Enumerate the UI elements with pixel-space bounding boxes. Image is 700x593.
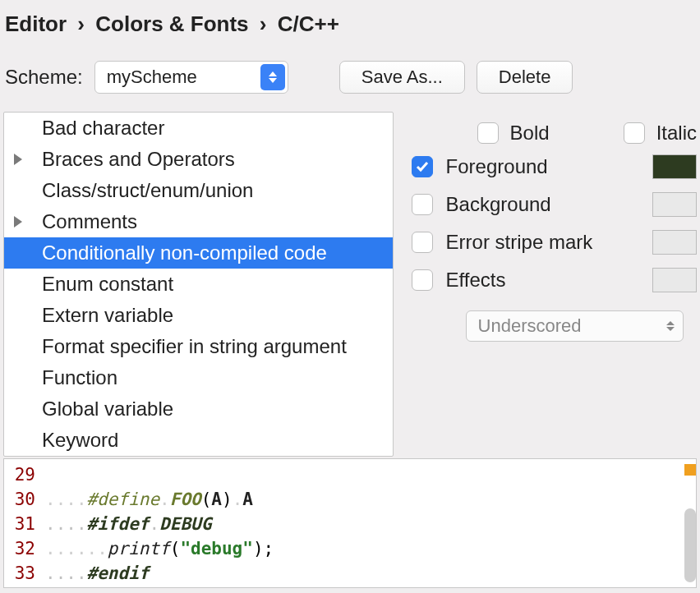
breadcrumb: Editor › Colors & Fonts › C/C++ xyxy=(0,0,700,43)
list-item-comments[interactable]: Comments xyxy=(4,206,393,237)
dropdown-caret-icon xyxy=(666,321,675,331)
list-item-extern-variable[interactable]: Extern variable xyxy=(4,300,393,331)
gutter: 29 30 31 32 33 xyxy=(4,459,40,587)
breadcrumb-seg-colors-fonts[interactable]: Colors & Fonts xyxy=(95,11,248,36)
breadcrumb-separator: › xyxy=(72,11,90,36)
breadcrumb-separator: › xyxy=(255,11,272,36)
error-stripe-checkbox[interactable] xyxy=(412,232,433,253)
delete-button[interactable]: Delete xyxy=(477,61,573,94)
foreground-color-swatch[interactable] xyxy=(652,154,697,179)
italic-label: Italic xyxy=(656,122,697,145)
error-stripe-label: Error stripe mark xyxy=(446,231,593,254)
scheme-row: Scheme: myScheme Save As... Delete xyxy=(0,61,700,94)
scheme-value: myScheme xyxy=(107,67,197,88)
save-as-button[interactable]: Save As... xyxy=(339,61,465,94)
error-stripe-marker-icon[interactable] xyxy=(684,464,696,476)
code-area[interactable]: ....#define.FOO(A).A ....#ifdef.DEBUG ..… xyxy=(40,459,696,587)
background-label: Background xyxy=(446,193,551,216)
effects-type-select[interactable]: Underscored xyxy=(466,310,684,342)
bold-checkbox[interactable] xyxy=(477,122,499,144)
list-item-function[interactable]: Function xyxy=(4,362,393,393)
list-item-class-struct[interactable]: Class/struct/enum/union xyxy=(4,175,393,206)
effects-label: Effects xyxy=(446,269,506,292)
line-number: 33 xyxy=(4,561,35,586)
breadcrumb-seg-language: C/C++ xyxy=(278,11,339,36)
scheme-label: Scheme: xyxy=(5,66,83,89)
list-item-format-specifier[interactable]: Format specifier in string argument xyxy=(4,331,393,362)
bold-label: Bold xyxy=(510,122,550,145)
attribute-controls: Bold Italic Foreground xyxy=(402,112,697,457)
background-checkbox[interactable] xyxy=(412,194,433,215)
breadcrumb-seg-editor[interactable]: Editor xyxy=(5,11,67,36)
attributes-listbox[interactable]: Bad character Braces and Operators Class… xyxy=(3,112,394,457)
list-item-bad-character[interactable]: Bad character xyxy=(4,113,393,144)
foreground-label: Foreground xyxy=(446,155,548,178)
list-item-keyword[interactable]: Keyword xyxy=(4,425,393,456)
code-preview: 29 30 31 32 33 ....#define.FOO(A).A ....… xyxy=(3,458,697,588)
scrollbar-thumb[interactable] xyxy=(684,508,696,582)
effects-color-swatch[interactable] xyxy=(652,268,697,292)
list-item-global-variable[interactable]: Global variable xyxy=(4,393,393,425)
settings-panel: Editor › Colors & Fonts › C/C++ Scheme: … xyxy=(0,0,700,593)
list-item-conditionally-non-compiled[interactable]: Conditionally non-compiled code xyxy=(4,237,393,269)
foreground-checkbox[interactable] xyxy=(412,156,433,177)
list-item-enum-constant[interactable]: Enum constant xyxy=(4,269,393,300)
dropdown-caret-icon xyxy=(260,64,285,90)
list-item-braces-operators[interactable]: Braces and Operators xyxy=(4,144,393,175)
line-number: 30 xyxy=(4,487,35,512)
italic-checkbox[interactable] xyxy=(624,122,645,144)
effects-type-value: Underscored xyxy=(478,315,582,337)
scheme-select[interactable]: myScheme xyxy=(94,61,288,94)
error-stripe-color-swatch[interactable] xyxy=(652,230,697,255)
line-number: 32 xyxy=(4,536,35,561)
line-number: 31 xyxy=(4,512,35,536)
background-color-swatch[interactable] xyxy=(652,192,697,217)
effects-checkbox[interactable] xyxy=(412,269,433,291)
line-number: 29 xyxy=(4,462,35,487)
